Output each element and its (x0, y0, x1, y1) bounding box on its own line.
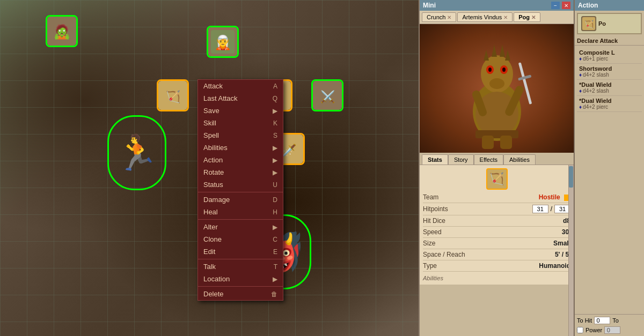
tab-pog[interactable]: Pog ✕ (514, 12, 540, 22)
menu-talk[interactable]: Talk T (198, 260, 283, 273)
speed-label: Speed (423, 228, 442, 236)
svg-rect-26 (518, 62, 532, 104)
stats-tab-story[interactable]: Story (448, 154, 474, 165)
power-input[interactable] (604, 326, 620, 334)
menu-damage[interactable]: Damage D (198, 193, 283, 206)
close-button[interactable]: ✕ (562, 2, 570, 9)
weapon-shortsword[interactable]: Shortsword ♦ d4+2 slash (577, 64, 642, 80)
svg-rect-30 (482, 136, 494, 149)
abilities-header: Abilities (423, 275, 570, 281)
token-rogue[interactable]: 🏃 (107, 115, 166, 190)
portrait-svg (443, 26, 551, 152)
menu-sep-4 (198, 286, 283, 287)
menu-abilities[interactable]: Abilities ▶ (198, 141, 283, 154)
action-panel: Action 🏹 Po Declare Attack Composite L ♦… (574, 0, 644, 336)
action-panel-title: Action (575, 0, 644, 11)
declare-attack-button[interactable]: 🏹 Po (577, 13, 642, 34)
svg-point-15 (489, 78, 504, 89)
battle-map: 🧟 🧝 🏹 ⚔️ (0, 0, 419, 336)
mini-panel-title: Mini (423, 2, 436, 9)
weapon-dual-wield-1[interactable]: *Dual Wield ♦ d4+2 slash (577, 80, 642, 96)
menu-attack[interactable]: Attack A (198, 80, 283, 92)
tab-crunch-close[interactable]: ✕ (447, 14, 451, 20)
menu-rotate[interactable]: Rotate ▶ (198, 166, 283, 178)
token-warrior-1[interactable]: 🧟 (46, 15, 78, 47)
menu-last-attack[interactable]: Last Attack Q (198, 92, 283, 104)
stats-tab-stats[interactable]: Stats (422, 154, 448, 165)
menu-status[interactable]: Status U (198, 178, 283, 191)
menu-save[interactable]: Save ▶ (198, 104, 283, 117)
minimize-button[interactable]: − (551, 2, 560, 9)
menu-sep-1 (198, 192, 283, 192)
stats-tab-effects[interactable]: Effects (474, 154, 503, 165)
stat-row-space: Space / Reach 5' / 5' (423, 249, 570, 260)
context-menu: Attack A Last Attack Q Save ▶ Skill K Sp… (197, 79, 283, 301)
stat-row-type: Type Humanoid (423, 260, 570, 272)
menu-spell[interactable]: Spell S (198, 129, 283, 141)
tab-crunch[interactable]: Crunch ✕ (422, 12, 456, 22)
tohit-input[interactable] (594, 317, 610, 324)
type-value: Humanoid (539, 262, 570, 270)
menu-alter[interactable]: Alter ▶ (198, 221, 283, 233)
tohit-suffix: To (612, 317, 619, 324)
svg-text:🏹: 🏹 (166, 89, 181, 104)
mini-panel-titlebar: Mini − ✕ (420, 0, 574, 11)
power-checkbox[interactable] (577, 327, 583, 333)
menu-heal[interactable]: Heal H (198, 206, 283, 218)
hp-current[interactable]: 31 (532, 205, 548, 213)
weapon-list: Composite L ♦ d6+1 pierc Shortsword ♦ d4… (575, 46, 644, 314)
hp-display: 31 / 31 (532, 205, 570, 213)
svg-text:⚔️: ⚔️ (320, 89, 335, 104)
mini-panel-controls: − ✕ (551, 2, 570, 9)
power-row: Power (577, 326, 642, 334)
menu-clone[interactable]: Clone C (198, 233, 283, 245)
svg-point-19 (502, 68, 506, 72)
menu-edit[interactable]: Edit E (198, 245, 283, 258)
stats-tabs: Stats Story Effects Abilities (420, 153, 574, 165)
svg-marker-22 (500, 44, 505, 57)
menu-location[interactable]: Location ▶ (198, 273, 283, 285)
weapon-composite[interactable]: Composite L ♦ d6+1 pierc (577, 48, 642, 64)
token-knight-green[interactable]: ⚔️ (311, 79, 343, 111)
action-character-name: Po (598, 20, 606, 27)
tohit-row: To Hit To (577, 317, 642, 324)
svg-rect-29 (475, 130, 518, 138)
svg-rect-31 (500, 136, 512, 149)
svg-marker-20 (484, 50, 489, 61)
stats-scroll-thumb[interactable] (569, 166, 573, 188)
action-footer: To Hit To Power (575, 314, 644, 336)
team-label: Team (423, 193, 438, 201)
character-thumb-row: 🏹 (423, 168, 570, 190)
token-archer[interactable]: 🏹 (157, 79, 189, 111)
menu-action[interactable]: Action ▶ (198, 154, 283, 166)
menu-skill[interactable]: Skill K (198, 117, 283, 129)
stats-tab-abilities[interactable]: Abilities (503, 154, 536, 165)
character-thumbnail: 🏹 (486, 168, 508, 190)
tab-artemis-close[interactable]: ✕ (503, 14, 508, 20)
menu-sep-2 (198, 219, 283, 220)
type-label: Type (423, 262, 437, 270)
ac-icon-2: ♦ (579, 72, 582, 78)
menu-delete[interactable]: Delete 🗑 (198, 288, 283, 300)
tab-pog-close[interactable]: ✕ (531, 14, 536, 20)
svg-marker-23 (505, 50, 510, 61)
tab-artemis[interactable]: Artemis Vindus ✕ (457, 12, 513, 22)
tohit-label: To Hit (577, 317, 592, 324)
ac-icon-4: ♦ (579, 104, 582, 110)
stats-scrollbar[interactable] (568, 165, 574, 336)
stat-row-team: Team Hostile (423, 192, 570, 203)
token-elf[interactable]: 🧝 (207, 26, 239, 58)
hitdice-label: Hit Dice (423, 217, 445, 225)
size-label: Size (423, 240, 435, 247)
svg-point-18 (488, 68, 492, 72)
space-label: Space / Reach (423, 251, 465, 258)
power-label: Power (586, 327, 602, 333)
stats-area: 🏹 Team Hostile Hitpoints 31 / 31 Hit Dic… (420, 165, 574, 336)
declare-attack-label[interactable]: Declare Attack (575, 36, 644, 46)
stat-row-speed: Speed 30' (423, 227, 570, 238)
ac-icon-1: ♦ (579, 56, 582, 62)
weapon-dual-wield-2[interactable]: *Dual Wield ♦ d4+2 pierc (577, 96, 642, 112)
svg-text:🏹: 🏹 (584, 20, 594, 29)
stat-row-size: Size Small (423, 238, 570, 249)
team-value: Hostile (539, 193, 570, 201)
